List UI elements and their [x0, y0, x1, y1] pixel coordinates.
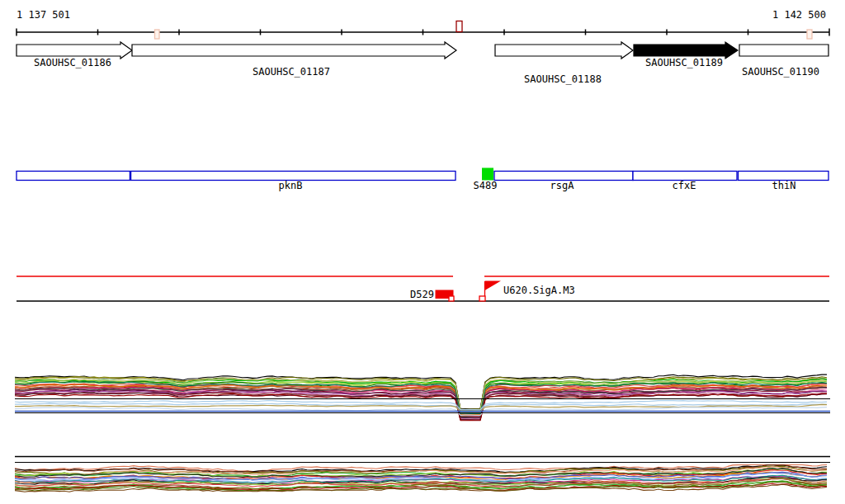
tu-label-thiN: thiN [772, 180, 796, 191]
genome-browser-canvas: SAOUHSC_01186SAOUHSC_01187SAOUHSC_01188S… [0, 0, 845, 504]
site-box-S489[interactable] [482, 168, 493, 181]
marker-flag-U620.SigA.M3[interactable] [485, 281, 502, 291]
oligo-mark-right[interactable] [807, 30, 812, 39]
tu-box-thiN[interactable] [739, 172, 829, 181]
gene-arrow-SAOUHSC_01186[interactable] [17, 42, 132, 59]
gene-label-SAOUHSC_01187: SAOUHSC_01187 [253, 66, 330, 78]
gene-label-SAOUHSC_01186: SAOUHSC_01186 [34, 57, 111, 68]
marker-anchor-U620.SigA.M3[interactable] [479, 296, 485, 301]
gene-label-SAOUHSC_01189: SAOUHSC_01189 [645, 57, 723, 68]
tu-label-cfxE: cfxE [673, 180, 696, 191]
gene-arrow-SAOUHSC_01190[interactable] [739, 45, 828, 56]
gene-arrow-SAOUHSC_01189[interactable] [634, 42, 738, 59]
tu-box-pknB[interactable] [17, 172, 456, 181]
oligo-mark-left[interactable] [155, 30, 160, 39]
feature-mark-center[interactable] [456, 21, 462, 32]
gene-arrow-SAOUHSC_01188[interactable] [495, 42, 633, 59]
site-label-S489: S489 [474, 180, 498, 191]
tu-label-rsgA: rsgA [550, 180, 575, 191]
gene-label-SAOUHSC_01190: SAOUHSC_01190 [742, 66, 819, 78]
gene-label-SAOUHSC_01188: SAOUHSC_01188 [524, 73, 602, 85]
gene-arrow-SAOUHSC_01187[interactable] [132, 42, 456, 59]
tu-box-rsgA[interactable] [494, 172, 633, 181]
tu-box-cfxE[interactable] [633, 172, 737, 181]
marker-label-D529: D529 [410, 289, 434, 300]
tu-label-pknB: pknB [279, 180, 303, 191]
marker-label-U620.SigA.M3: U620.SigA.M3 [503, 285, 575, 296]
genome-browser-view: 1 137 501 1 142 500 SAOUHSC_01186SAOUHSC… [0, 0, 845, 504]
marker-anchor-D529[interactable] [449, 296, 454, 301]
